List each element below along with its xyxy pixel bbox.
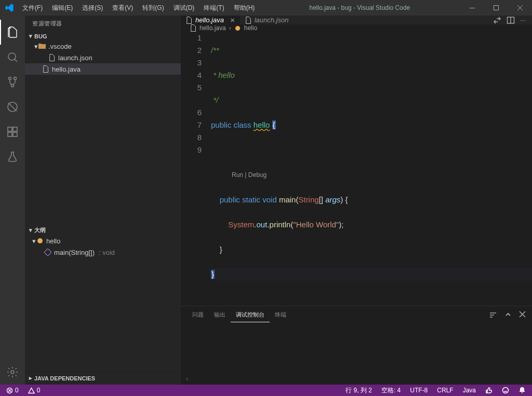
svg-point-12 xyxy=(37,238,43,243)
menu-help[interactable]: 帮助(H) xyxy=(230,2,259,15)
menu-select[interactable]: 选择(S) xyxy=(78,2,107,15)
svg-rect-10 xyxy=(13,127,17,131)
collapse-panel-icon[interactable] xyxy=(504,311,512,319)
close-window-button[interactable] xyxy=(508,0,532,16)
sidebar: 资源管理器 ▾ BUG ▾ .vscode launch.json hello.… xyxy=(25,16,181,385)
bottom-panel: 问题 输出 调试控制台 终端 › xyxy=(181,306,532,385)
window-controls xyxy=(460,0,532,16)
file-icon xyxy=(42,65,50,73)
debug-icon[interactable] xyxy=(0,94,25,119)
outline-return-type: : void xyxy=(99,249,115,256)
chevron-down-icon: ▾ xyxy=(34,43,38,50)
notifications-bell-icon[interactable] xyxy=(516,387,528,394)
extensions-icon[interactable] xyxy=(0,119,25,144)
chevron-down-icon: ▾ xyxy=(32,237,36,245)
split-editor-icon[interactable] xyxy=(507,16,515,24)
menu-terminal[interactable]: 终端(T) xyxy=(200,2,228,15)
code-editor[interactable]: 123456789 /** * hello */ public class he… xyxy=(181,32,532,306)
compare-icon[interactable] xyxy=(493,16,501,24)
breadcrumb-symbol[interactable]: hello xyxy=(244,24,257,32)
settings-gear-icon[interactable] xyxy=(0,360,25,385)
status-encoding[interactable]: UTF-8 xyxy=(408,387,430,394)
file-icon xyxy=(190,24,196,32)
panel-tab-debug-console[interactable]: 调试控制台 xyxy=(231,308,270,322)
minimap[interactable] xyxy=(501,32,532,306)
search-icon[interactable] xyxy=(0,45,25,70)
codelens-run-debug[interactable]: Run | Debug xyxy=(211,169,532,181)
chevron-down-icon: ▾ xyxy=(27,33,34,39)
svg-point-17 xyxy=(503,388,509,393)
project-section-header[interactable]: ▾ BUG xyxy=(25,32,181,40)
status-errors[interactable]: 0 xyxy=(4,387,21,394)
feedback-icon[interactable] xyxy=(500,387,511,394)
file-icon xyxy=(48,54,56,61)
menu-edit[interactable]: 编辑(E) xyxy=(48,2,77,15)
chevron-down-icon: ▾ xyxy=(27,227,34,234)
svg-point-3 xyxy=(9,77,11,80)
project-name: BUG xyxy=(34,33,47,39)
file-icon xyxy=(245,17,251,24)
outline-method[interactable]: main(String[]) : void xyxy=(25,247,181,258)
code-content[interactable]: /** * hello */ public class hello { Run … xyxy=(211,32,532,306)
status-language[interactable]: Java xyxy=(461,387,478,394)
tab-hello-java[interactable]: hello.java × xyxy=(181,16,240,24)
editor-tabs: hello.java × launch.json ··· xyxy=(181,16,532,24)
method-symbol-icon xyxy=(44,249,52,256)
java-deps-label: JAVA DEPENDENCIES xyxy=(34,375,95,381)
svg-rect-9 xyxy=(13,132,17,136)
file-tree: ▾ .vscode launch.json hello.java xyxy=(25,40,181,75)
tab-label: launch.json xyxy=(255,16,289,24)
line-gutter: 123456789 xyxy=(181,32,211,306)
close-tab-icon[interactable]: × xyxy=(230,16,235,24)
outline-section-header[interactable]: ▾ 大纲 xyxy=(25,225,181,235)
menu-go[interactable]: 转到(G) xyxy=(138,2,168,15)
status-warnings[interactable]: 0 xyxy=(26,387,43,394)
svg-rect-8 xyxy=(8,132,12,136)
folder-icon xyxy=(38,43,46,49)
breadcrumb-file[interactable]: hello.java xyxy=(200,24,226,32)
tab-launch-json[interactable]: launch.json xyxy=(240,16,294,24)
file-label: hello.java xyxy=(52,65,81,73)
window-title: hello.java - bug - Visual Studio Code xyxy=(259,4,460,11)
svg-rect-0 xyxy=(470,8,475,8)
panel-tab-output[interactable]: 输出 xyxy=(209,308,231,322)
panel-actions xyxy=(489,311,526,319)
folder-label: .vscode xyxy=(48,43,72,50)
file-label: launch.json xyxy=(58,54,92,62)
svg-rect-13 xyxy=(44,249,51,256)
scm-icon[interactable] xyxy=(0,70,25,94)
panel-tab-terminal[interactable]: 终端 xyxy=(270,308,291,322)
status-cursor-position[interactable]: 行 9, 列 2 xyxy=(343,386,374,395)
maximize-button[interactable] xyxy=(484,0,508,16)
debug-console-body[interactable]: › xyxy=(181,323,532,385)
more-actions-icon[interactable]: ··· xyxy=(520,16,526,24)
class-symbol-icon xyxy=(36,237,44,244)
close-panel-icon[interactable] xyxy=(519,311,526,319)
filter-icon[interactable] xyxy=(489,311,497,319)
file-launch-json[interactable]: launch.json xyxy=(25,52,181,63)
menu-file[interactable]: 文件(F) xyxy=(18,2,47,15)
minimize-button[interactable] xyxy=(460,0,484,16)
chevron-right-icon: › xyxy=(229,24,231,32)
status-eol[interactable]: CRLF xyxy=(435,387,455,394)
svg-point-15 xyxy=(235,26,240,31)
test-icon[interactable] xyxy=(0,144,25,169)
title-bar: 文件(F) 编辑(E) 选择(S) 查看(V) 转到(G) 调试(D) 终端(T… xyxy=(0,0,532,16)
outline-class[interactable]: ▾ hello xyxy=(25,235,181,247)
menu-view[interactable]: 查看(V) xyxy=(108,2,137,15)
menu-debug[interactable]: 调试(D) xyxy=(169,2,199,15)
panel-tab-problems[interactable]: 问题 xyxy=(187,308,209,322)
breadcrumbs[interactable]: hello.java › hello xyxy=(181,24,532,32)
file-icon xyxy=(186,17,192,24)
vscode-logo-icon xyxy=(0,3,18,12)
java-dependencies-header[interactable]: ▸ JAVA DEPENDENCIES xyxy=(25,372,181,385)
menu-bar: 文件(F) 编辑(E) 选择(S) 查看(V) 转到(G) 调试(D) 终端(T… xyxy=(18,2,259,15)
status-indentation[interactable]: 空格: 4 xyxy=(379,386,403,395)
panel-tabs: 问题 输出 调试控制台 终端 xyxy=(181,306,532,323)
folder-vscode[interactable]: ▾ .vscode xyxy=(25,40,181,52)
file-hello-java[interactable]: hello.java xyxy=(25,63,181,75)
svg-point-2 xyxy=(8,53,16,60)
thumbs-up-icon[interactable] xyxy=(483,387,495,394)
svg-point-11 xyxy=(11,371,14,374)
explorer-icon[interactable] xyxy=(0,20,25,45)
